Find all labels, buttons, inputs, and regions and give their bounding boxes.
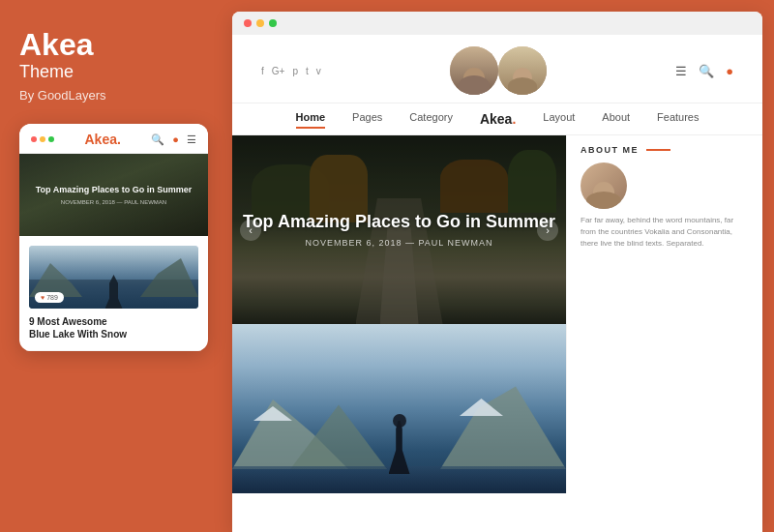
cart-icon[interactable]: ● — [726, 64, 733, 78]
header-right-icons: ☰ 🔍 ● — [675, 64, 733, 78]
social-icons: f G+ p t v — [261, 66, 321, 76]
nav-item-features[interactable]: Features — [657, 111, 699, 127]
right-sidebar: ABOUT ME Far far away, behind the word m… — [566, 135, 762, 493]
card-title-line1: 9 Most Awesome — [29, 315, 198, 328]
mobile-mockup: Akea. 🔍 ● ☰ Top Amazing Places to Go in … — [19, 124, 208, 351]
mobile-dot-green — [48, 136, 54, 142]
mobile-hero-meta: NOVEMBER 6, 2018 — PAUL NEWMAN — [29, 199, 198, 205]
hamburger-icon[interactable]: ☰ — [675, 64, 687, 78]
mobile-cart-icon[interactable]: ● — [172, 133, 179, 145]
mobile-card: ♥ 789 9 Most Awesome Blue Lake With Snow — [19, 236, 208, 351]
social-pinterest-icon[interactable]: p — [292, 66, 298, 76]
hero-title: Top Amazing Places to Go in Summer — [243, 212, 555, 232]
about-title-line — [646, 149, 670, 151]
about-content — [580, 163, 749, 209]
social-twitter-icon[interactable]: t — [306, 66, 309, 76]
mobile-hero-overlay: Top Amazing Places to Go in Summer NOVEM… — [19, 154, 208, 236]
brand-author: By GoodLayers — [19, 88, 213, 103]
card-title-line2: Blue Lake With Snow — [29, 328, 198, 340]
hero-overlay: Top Amazing Places to Go in Summer NOVEM… — [232, 135, 566, 324]
mobile-dots — [31, 136, 54, 142]
about-section-title: ABOUT ME — [580, 145, 749, 155]
social-google-icon[interactable]: G+ — [272, 66, 285, 76]
brand-subtitle: Theme — [19, 62, 213, 82]
left-panel: Akea Theme By GoodLayers Akea. 🔍 ● ☰ Top… — [0, 0, 232, 532]
nav-item-about[interactable]: About — [602, 111, 630, 127]
nav-item-pages[interactable]: Pages — [352, 111, 382, 127]
mobile-card-title: 9 Most Awesome Blue Lake With Snow — [29, 315, 198, 340]
header-avatar — [450, 46, 498, 95]
nav-item-category[interactable]: Category — [409, 111, 453, 127]
browser-window: f G+ p t v ☰ 🔍 — [232, 12, 762, 532]
mobile-menu-icon[interactable]: ☰ — [187, 133, 196, 146]
mobile-hero-image: Top Amazing Places to Go in Summer NOVEM… — [19, 154, 208, 236]
site-logo-area — [450, 46, 547, 95]
header-avatar-2 — [498, 46, 547, 95]
browser-dot-expand[interactable] — [269, 19, 277, 27]
hero-slider: Top Amazing Places to Go in Summer NOVEM… — [232, 135, 566, 324]
nav-item-home[interactable]: Home — [296, 111, 326, 127]
mobile-logo: Akea. — [84, 132, 120, 147]
site-nav: Home Pages Category Akea. Layout About F… — [232, 103, 762, 135]
main-layout: Top Amazing Places to Go in Summer NOVEM… — [232, 135, 762, 493]
social-vimeo-icon[interactable]: v — [316, 66, 321, 76]
heart-icon: ♥ — [41, 294, 45, 301]
mobile-dot-yellow — [40, 136, 45, 142]
about-avatar — [580, 163, 627, 209]
hero-next-button[interactable]: › — [537, 220, 558, 241]
nav-item-layout[interactable]: Layout — [543, 111, 575, 127]
mobile-header: Akea. 🔍 ● ☰ — [19, 124, 208, 154]
nav-logo: Akea. — [480, 111, 516, 127]
about-description: Far far away, behind the word mountains,… — [580, 215, 749, 250]
hero-meta: NOVEMBER 6, 2018 — PAUL NEWMAN — [305, 238, 492, 248]
browser-dot-minimize[interactable] — [256, 19, 264, 27]
articles-column: Top Amazing Places to Go in Summer NOVEM… — [232, 135, 566, 493]
mobile-hero-title: Top Amazing Places to Go in Summer — [29, 185, 198, 196]
site-header: f G+ p t v ☰ 🔍 — [232, 35, 762, 103]
social-facebook-icon[interactable]: f — [261, 66, 264, 76]
mobile-card-like[interactable]: ♥ 789 — [35, 292, 64, 303]
search-icon[interactable]: 🔍 — [699, 64, 714, 78]
like-count: 789 — [46, 294, 58, 301]
browser-bar — [232, 12, 762, 35]
mobile-search-icon[interactable]: 🔍 — [151, 133, 164, 146]
brand-title: Akea — [19, 29, 213, 60]
browser-content: f G+ p t v ☰ 🔍 — [232, 35, 762, 532]
mobile-nav-icons: 🔍 ● ☰ — [151, 133, 196, 146]
hero-prev-button[interactable]: ‹ — [240, 220, 261, 241]
mobile-dot-red — [31, 136, 37, 142]
mobile-card-image: ♥ 789 — [29, 246, 198, 309]
second-article-image — [232, 324, 566, 493]
browser-dot-close[interactable] — [244, 19, 252, 27]
